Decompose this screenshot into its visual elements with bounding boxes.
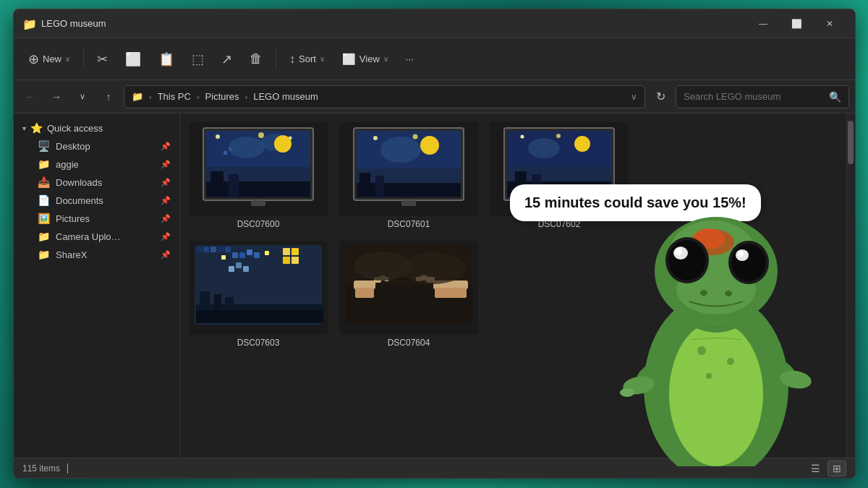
more-label: ··· (406, 53, 414, 64)
svg-rect-51 (232, 252, 238, 258)
file-label-dsc07601: DSC07601 (388, 219, 430, 229)
aggie-icon: 📁 (37, 158, 50, 170)
paste-button[interactable]: 📋 (151, 45, 182, 74)
address-row: ← → ∨ ↑ 📁 › This PC › Pictures › LEGO mu… (14, 80, 855, 114)
sidebar-item-documents[interactable]: 📄 Documents 📌 (17, 192, 176, 209)
search-input[interactable] (684, 91, 823, 102)
breadcrumb-sep-1: › (149, 93, 152, 101)
svg-rect-25 (359, 173, 370, 197)
new-button[interactable]: ⊕ New ∨ (21, 45, 77, 74)
svg-point-6 (216, 134, 220, 139)
cut-button[interactable]: ✂ (90, 45, 115, 74)
file-label-dsc07603: DSC07603 (237, 338, 280, 348)
pictures-icon: 🖼️ (37, 213, 50, 224)
svg-point-21 (420, 136, 439, 155)
file-item-dsc07601[interactable]: DSC07601 (336, 119, 481, 232)
file-item-dsc07603[interactable]: DSC07603 (186, 238, 331, 351)
svg-rect-24 (357, 183, 461, 197)
dropdown-button[interactable]: ∨ (72, 86, 93, 108)
file-item-dsc07604[interactable]: DSC07604 (336, 238, 481, 351)
grid-row-1: DSC07600 (186, 119, 841, 232)
svg-point-20 (380, 137, 421, 163)
svg-rect-52 (239, 252, 245, 258)
forward-button[interactable]: → (46, 86, 67, 108)
file-item-dsc07600[interactable]: DSC07600 (186, 119, 331, 232)
svg-rect-46 (225, 247, 231, 252)
sidebar-item-camera[interactable]: 📁 Camera Uplo… 📌 (17, 228, 176, 245)
svg-rect-11 (210, 171, 224, 197)
sidebar-item-aggie[interactable]: 📁 aggie 📌 (17, 155, 176, 173)
svg-rect-77 (435, 288, 467, 298)
share-button[interactable]: ↗ (214, 45, 239, 74)
search-button[interactable]: 🔍 (829, 91, 841, 103)
svg-rect-53 (247, 249, 252, 255)
quick-access-header[interactable]: ▾ ⭐ Quick access (17, 119, 176, 137)
svg-rect-60 (214, 294, 221, 310)
copy-button[interactable]: ⬜ (118, 45, 148, 74)
cut-icon: ✂ (97, 51, 108, 67)
breadcrumb-sep-3: › (245, 93, 248, 101)
thumbnail-dsc07602 (490, 122, 629, 216)
sidebar-item-label-downloads: Downloads (56, 177, 102, 188)
up-button[interactable]: ↑ (98, 86, 119, 108)
grid-view-button[interactable]: ⊞ (827, 461, 846, 476)
view-label: View (359, 53, 380, 64)
view-button[interactable]: ⬜ View ∨ (335, 45, 396, 74)
new-icon: ⊕ (28, 51, 39, 67)
quick-access-star: ⭐ (30, 122, 43, 134)
grid-scrollbar[interactable] (846, 114, 855, 458)
item-count: 115 items (22, 463, 60, 474)
address-bar[interactable]: 📁 › This PC › Pictures › LEGO museum ∨ (124, 85, 645, 108)
grid-scrollbar-thumb[interactable] (848, 121, 854, 164)
svg-point-34 (521, 135, 524, 139)
pin-icon-documents: 📌 (161, 196, 171, 205)
maximize-button[interactable]: ⬜ (780, 12, 813, 35)
breadcrumb-current: LEGO museum (253, 91, 318, 102)
minimize-button[interactable]: — (746, 12, 780, 35)
refresh-button[interactable]: ↻ (650, 86, 671, 108)
svg-rect-64 (243, 266, 249, 272)
window-controls: — ⬜ ✕ (746, 12, 846, 35)
svg-point-22 (373, 136, 378, 140)
back-button[interactable]: ← (20, 86, 41, 108)
sidebar-item-label-documents: Documents (56, 195, 103, 206)
svg-rect-42 (196, 247, 202, 252)
new-chevron: ∨ (65, 55, 70, 63)
address-dropdown-button[interactable]: ∨ (631, 92, 637, 102)
sidebar-item-desktop[interactable]: 🖥️ Desktop 📌 (17, 137, 176, 155)
rename-button[interactable]: ⬚ (184, 45, 211, 74)
file-grid: DSC07600 (180, 114, 846, 458)
svg-rect-59 (200, 291, 210, 310)
svg-rect-38 (532, 174, 541, 197)
breadcrumb-sep-2: › (197, 93, 200, 101)
sort-button[interactable]: ↕ Sort ∨ (282, 45, 332, 74)
sidebar-item-pictures[interactable]: 🖼️ Pictures 📌 (17, 210, 176, 227)
svg-point-80 (401, 252, 466, 284)
grid-row-2: DSC07603 (186, 238, 841, 351)
view-toggles: ☰ ⊞ (806, 461, 846, 476)
sort-icon: ↕ (289, 53, 295, 66)
svg-rect-39 (552, 200, 566, 206)
more-button[interactable]: ··· (399, 45, 421, 74)
list-view-button[interactable]: ☰ (806, 461, 825, 476)
sidebar-item-sharex[interactable]: 📁 ShareX 📌 (17, 246, 176, 263)
svg-rect-61 (225, 297, 234, 310)
svg-point-9 (274, 135, 292, 153)
close-button[interactable]: ✕ (813, 12, 846, 35)
breadcrumb-pictures: Pictures (205, 91, 239, 102)
pin-icon-camera: 📌 (161, 232, 171, 241)
svg-point-33 (528, 138, 560, 158)
svg-point-35 (556, 134, 561, 138)
documents-icon: 📄 (37, 194, 50, 206)
svg-rect-44 (210, 247, 216, 252)
quick-access-chevron: ▾ (22, 124, 26, 132)
pin-icon-downloads: 📌 (161, 178, 171, 187)
svg-rect-43 (203, 247, 209, 252)
file-item-dsc07602[interactable]: DSC07602 (487, 119, 631, 232)
delete-button[interactable]: 🗑 (242, 45, 270, 74)
svg-rect-47 (283, 248, 290, 255)
breadcrumb-thispc: This PC (158, 91, 191, 102)
pin-icon-sharex: 📌 (161, 250, 171, 260)
sidebar-item-downloads[interactable]: 📥 Downloads 📌 (17, 174, 176, 191)
svg-rect-72 (355, 288, 374, 298)
